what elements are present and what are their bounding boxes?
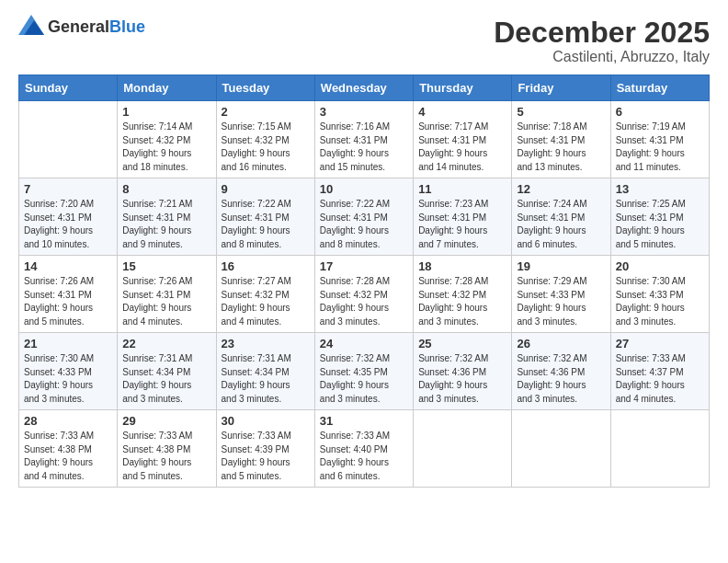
calendar-table: SundayMondayTuesdayWednesdayThursdayFrid… [18,75,710,488]
day-info: Sunrise: 7:30 AM Sunset: 4:33 PM Dayligh… [24,352,112,406]
day-info: Sunrise: 7:28 AM Sunset: 4:32 PM Dayligh… [320,275,408,328]
calendar-cell: 23Sunrise: 7:31 AM Sunset: 4:34 PM Dayli… [216,333,314,410]
day-number: 3 [320,105,408,119]
day-number: 25 [418,337,506,350]
calendar-cell: 24Sunrise: 7:32 AM Sunset: 4:35 PM Dayli… [314,333,413,410]
day-info: Sunrise: 7:32 AM Sunset: 4:35 PM Dayligh… [320,352,408,406]
day-number: 15 [122,259,210,273]
calendar-cell: 3Sunrise: 7:16 AM Sunset: 4:31 PM Daylig… [314,101,413,178]
weekday-header: Saturday [610,75,709,101]
day-number: 31 [320,414,408,428]
day-info: Sunrise: 7:31 AM Sunset: 4:34 PM Dayligh… [222,352,310,406]
day-number: 8 [122,182,210,196]
day-info: Sunrise: 7:14 AM Sunset: 4:32 PM Dayligh… [122,121,210,174]
day-info: Sunrise: 7:17 AM Sunset: 4:31 PM Dayligh… [418,121,506,174]
day-info: Sunrise: 7:16 AM Sunset: 4:31 PM Dayligh… [320,121,408,174]
calendar-container: GeneralBlue December 2025 Castilenti, Ab… [0,0,728,497]
day-number: 4 [418,105,506,119]
calendar-cell: 21Sunrise: 7:30 AM Sunset: 4:33 PM Dayli… [19,333,118,410]
calendar-cell: 10Sunrise: 7:22 AM Sunset: 4:31 PM Dayli… [314,178,413,256]
day-number: 24 [320,337,408,350]
day-number: 7 [24,182,112,196]
day-number: 13 [616,182,704,196]
header-row: SundayMondayTuesdayWednesdayThursdayFrid… [19,75,710,101]
calendar-cell: 31Sunrise: 7:33 AM Sunset: 4:40 PM Dayli… [314,410,413,488]
day-info: Sunrise: 7:28 AM Sunset: 4:32 PM Dayligh… [418,275,506,328]
calendar-cell: 20Sunrise: 7:30 AM Sunset: 4:33 PM Dayli… [610,256,709,333]
day-info: Sunrise: 7:33 AM Sunset: 4:37 PM Dayligh… [616,352,704,406]
calendar-cell [610,410,709,488]
day-info: Sunrise: 7:26 AM Sunset: 4:31 PM Dayligh… [24,275,112,328]
calendar-cell: 14Sunrise: 7:26 AM Sunset: 4:31 PM Dayli… [19,256,118,333]
location-title: Castilenti, Abruzzo, Italy [494,49,710,65]
day-info: Sunrise: 7:23 AM Sunset: 4:31 PM Dayligh… [418,198,506,251]
weekday-header: Thursday [414,75,512,101]
calendar-cell: 5Sunrise: 7:18 AM Sunset: 4:31 PM Daylig… [512,101,610,178]
day-number: 21 [24,337,112,350]
calendar-cell: 8Sunrise: 7:21 AM Sunset: 4:31 PM Daylig… [118,178,216,256]
calendar-cell [19,101,118,178]
day-number: 19 [517,259,605,273]
day-number: 1 [122,105,210,119]
calendar-cell: 7Sunrise: 7:20 AM Sunset: 4:31 PM Daylig… [19,178,118,256]
day-info: Sunrise: 7:25 AM Sunset: 4:31 PM Dayligh… [616,198,704,251]
day-info: Sunrise: 7:26 AM Sunset: 4:31 PM Dayligh… [122,275,210,328]
calendar-cell: 28Sunrise: 7:33 AM Sunset: 4:38 PM Dayli… [19,410,118,488]
calendar-cell: 15Sunrise: 7:26 AM Sunset: 4:31 PM Dayli… [118,256,216,333]
day-info: Sunrise: 7:33 AM Sunset: 4:40 PM Dayligh… [320,430,408,483]
day-number: 12 [517,182,605,196]
title-block: December 2025 Castilenti, Abruzzo, Italy [494,17,710,65]
weekday-header: Tuesday [216,75,314,101]
calendar-cell: 2Sunrise: 7:15 AM Sunset: 4:32 PM Daylig… [216,101,314,178]
day-number: 5 [517,105,605,119]
day-info: Sunrise: 7:32 AM Sunset: 4:36 PM Dayligh… [517,352,605,406]
day-number: 20 [616,259,704,273]
day-number: 14 [24,259,112,273]
calendar-cell: 16Sunrise: 7:27 AM Sunset: 4:32 PM Dayli… [216,256,314,333]
calendar-cell [512,410,610,488]
day-info: Sunrise: 7:33 AM Sunset: 4:38 PM Dayligh… [24,430,112,483]
weekday-header: Wednesday [314,75,413,101]
day-info: Sunrise: 7:22 AM Sunset: 4:31 PM Dayligh… [222,198,310,251]
day-info: Sunrise: 7:27 AM Sunset: 4:32 PM Dayligh… [222,275,310,328]
weekday-header: Friday [512,75,610,101]
day-info: Sunrise: 7:30 AM Sunset: 4:33 PM Dayligh… [616,275,704,328]
logo: GeneralBlue [18,17,145,37]
day-info: Sunrise: 7:24 AM Sunset: 4:31 PM Dayligh… [517,198,605,251]
day-info: Sunrise: 7:31 AM Sunset: 4:34 PM Dayligh… [122,352,210,406]
calendar-cell: 18Sunrise: 7:28 AM Sunset: 4:32 PM Dayli… [414,256,512,333]
day-number: 10 [320,182,408,196]
calendar-cell: 30Sunrise: 7:33 AM Sunset: 4:39 PM Dayli… [216,410,314,488]
day-number: 29 [122,414,210,428]
logo-blue: Blue [109,17,145,36]
day-number: 11 [418,182,506,196]
calendar-cell: 25Sunrise: 7:32 AM Sunset: 4:36 PM Dayli… [414,333,512,410]
calendar-week-row: 21Sunrise: 7:30 AM Sunset: 4:33 PM Dayli… [19,333,710,410]
day-info: Sunrise: 7:20 AM Sunset: 4:31 PM Dayligh… [24,198,112,251]
calendar-cell: 22Sunrise: 7:31 AM Sunset: 4:34 PM Dayli… [118,333,216,410]
header: GeneralBlue December 2025 Castilenti, Ab… [18,17,710,65]
weekday-header: Monday [118,75,216,101]
day-number: 26 [517,337,605,350]
calendar-cell: 26Sunrise: 7:32 AM Sunset: 4:36 PM Dayli… [512,333,610,410]
calendar-week-row: 7Sunrise: 7:20 AM Sunset: 4:31 PM Daylig… [19,178,710,256]
day-info: Sunrise: 7:33 AM Sunset: 4:38 PM Dayligh… [122,430,210,483]
day-info: Sunrise: 7:29 AM Sunset: 4:33 PM Dayligh… [517,275,605,328]
logo-text: GeneralBlue [48,17,145,37]
calendar-week-row: 1Sunrise: 7:14 AM Sunset: 4:32 PM Daylig… [19,101,710,178]
calendar-week-row: 14Sunrise: 7:26 AM Sunset: 4:31 PM Dayli… [19,256,710,333]
day-info: Sunrise: 7:32 AM Sunset: 4:36 PM Dayligh… [418,352,506,406]
calendar-week-row: 28Sunrise: 7:33 AM Sunset: 4:38 PM Dayli… [19,410,710,488]
weekday-header: Sunday [19,75,118,101]
calendar-cell: 29Sunrise: 7:33 AM Sunset: 4:38 PM Dayli… [118,410,216,488]
day-number: 27 [616,337,704,350]
day-info: Sunrise: 7:33 AM Sunset: 4:39 PM Dayligh… [222,430,310,483]
calendar-cell [414,410,512,488]
calendar-cell: 11Sunrise: 7:23 AM Sunset: 4:31 PM Dayli… [414,178,512,256]
day-number: 18 [418,259,506,273]
month-title: December 2025 [494,17,710,49]
day-number: 23 [222,337,310,350]
calendar-cell: 27Sunrise: 7:33 AM Sunset: 4:37 PM Dayli… [610,333,709,410]
day-number: 2 [222,105,310,119]
day-number: 9 [222,182,310,196]
